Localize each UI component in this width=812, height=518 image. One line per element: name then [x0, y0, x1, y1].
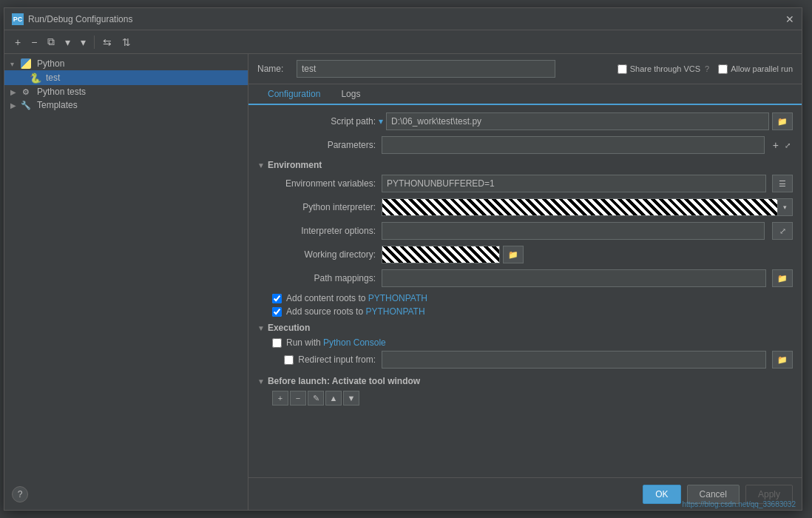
- redirect-input-label: Redirect input from:: [298, 354, 376, 365]
- working-directory-browse-button[interactable]: 📁: [503, 246, 524, 263]
- python-interpreter-row: Python interpreter: ▾: [257, 198, 793, 216]
- redirect-input-row: Redirect input from: 📁: [257, 351, 793, 369]
- execution-section-header[interactable]: ▼ Execution: [257, 323, 793, 333]
- environment-section-header[interactable]: ▼ Environment: [257, 160, 793, 170]
- add-config-button[interactable]: +: [10, 34, 25, 50]
- script-path-label: Script path:: [257, 116, 376, 127]
- toolbar: + − ⧉ ▾ ▾ ⇆ ⇅: [4, 30, 802, 54]
- environment-arrow-icon: ▼: [257, 161, 265, 169]
- before-launch-arrow-icon: ▼: [257, 377, 265, 386]
- add-content-roots-label: Add content roots to PYTHONPATH: [286, 293, 427, 303]
- path-mappings-input[interactable]: [382, 269, 766, 287]
- env-variables-input[interactable]: [382, 175, 766, 192]
- templates-icon: 🔧: [21, 100, 31, 110]
- allow-parallel-checkbox[interactable]: [718, 64, 728, 74]
- app-icon: PC: [12, 13, 24, 25]
- before-launch-edit-button[interactable]: ✎: [308, 391, 324, 406]
- before-launch-remove-button[interactable]: −: [290, 391, 306, 406]
- interpreter-options-label: Interpreter options:: [257, 226, 376, 236]
- templates-label: Templates: [37, 100, 78, 110]
- working-directory-row: Working directory: 📁: [257, 246, 793, 263]
- before-launch-add-button[interactable]: +: [272, 391, 288, 406]
- close-button[interactable]: ✕: [785, 13, 794, 25]
- add-source-roots-label: Add source roots to PYTHONPATH: [286, 306, 425, 317]
- path-mappings-label: Path mappings:: [257, 273, 376, 283]
- templates-arrow: ▶: [10, 101, 21, 110]
- python-tests-label: Python tests: [37, 87, 86, 97]
- path-mappings-browse-button[interactable]: 📁: [772, 269, 793, 287]
- move-config-button[interactable]: ⇆: [98, 34, 116, 50]
- interpreter-options-input[interactable]: [382, 222, 765, 240]
- run-python-console-label: Run with Python Console: [286, 337, 386, 348]
- parameters-label: Parameters:: [257, 140, 376, 150]
- params-expand-button[interactable]: ⤢: [782, 139, 793, 151]
- config-content: Script path: ▾ 📁 Parameters: + ⤢ ▼: [248, 105, 802, 477]
- run-debug-dialog: PC Run/Debug Configurations ✕ + − ⧉ ▾ ▾ …: [4, 7, 802, 511]
- tab-logs[interactable]: Logs: [331, 84, 371, 105]
- script-path-browse-button[interactable]: 📁: [772, 112, 793, 130]
- watermark: https://blog.csdn.net/qq_33683032: [683, 500, 796, 508]
- redirect-input-checkbox[interactable]: [284, 355, 294, 365]
- before-launch-up-button[interactable]: ▲: [325, 391, 342, 406]
- before-launch-toolbar: + − ✎ ▲ ▼: [257, 391, 793, 406]
- python-group-icon: [21, 58, 31, 69]
- interpreter-options-expand-button[interactable]: ⤢: [772, 222, 793, 240]
- python-interpreter-label: Python interpreter:: [257, 202, 376, 212]
- params-add-button[interactable]: +: [771, 139, 781, 151]
- share-vcs-label: Share through VCS: [630, 64, 700, 73]
- working-directory-label: Working directory:: [257, 249, 376, 260]
- config-dropdown1-button[interactable]: ▾: [61, 34, 75, 50]
- python-group-arrow: ▾: [10, 60, 21, 68]
- interpreter-select[interactable]: ▾: [382, 198, 793, 216]
- python-tests-icon: ⚙: [21, 87, 31, 97]
- sort-config-button[interactable]: ⇅: [118, 34, 135, 50]
- tree-templates-group[interactable]: ▶ 🔧 Templates: [4, 98, 248, 112]
- tree-test-item[interactable]: 🐍 test: [4, 70, 248, 85]
- redirect-label-wrapper: Redirect input from:: [257, 354, 376, 365]
- redirect-input-field[interactable]: [382, 351, 766, 369]
- remove-config-button[interactable]: −: [27, 34, 41, 50]
- name-row: Name: Share through VCS ? Allow parallel…: [248, 54, 802, 84]
- share-vcs-checkbox[interactable]: [618, 64, 627, 74]
- script-path-input[interactable]: [386, 112, 769, 130]
- title-bar-left: PC Run/Debug Configurations: [12, 13, 132, 25]
- header-checkboxes: Share through VCS ? Allow parallel run: [618, 64, 793, 74]
- script-path-type-dropdown[interactable]: ▾: [379, 116, 383, 127]
- working-directory-input[interactable]: [382, 246, 500, 263]
- interpreter-options-row: Interpreter options: ⤢: [257, 222, 793, 240]
- parameters-row: Parameters: + ⤢: [257, 136, 793, 154]
- params-buttons: + ⤢: [771, 139, 793, 151]
- before-launch-section: ▼ Before launch: Activate tool window + …: [257, 376, 793, 406]
- add-source-roots-row: Add source roots to PYTHONPATH: [257, 306, 793, 317]
- run-python-console-checkbox[interactable]: [272, 338, 282, 348]
- run-python-console-row: Run with Python Console: [257, 337, 793, 348]
- share-vcs-help-icon: ?: [705, 64, 709, 73]
- share-vcs-checkbox-container: Share through VCS ?: [618, 64, 710, 74]
- parameters-input[interactable]: [382, 136, 765, 154]
- interpreter-dropdown-arrow-icon: ▾: [777, 199, 792, 215]
- redirect-input-browse-button[interactable]: 📁: [772, 351, 793, 369]
- copy-config-button[interactable]: ⧉: [43, 33, 59, 50]
- env-variables-edit-button[interactable]: ☰: [772, 175, 793, 192]
- path-mappings-row: Path mappings: 📁: [257, 269, 793, 287]
- ok-button[interactable]: OK: [643, 485, 680, 504]
- before-launch-section-title: Before launch: Activate tool window: [268, 376, 420, 386]
- before-launch-section-header[interactable]: ▼ Before launch: Activate tool window: [257, 376, 793, 386]
- tab-configuration[interactable]: Configuration: [257, 84, 331, 105]
- config-dropdown2-button[interactable]: ▾: [76, 34, 90, 50]
- allow-parallel-label: Allow parallel run: [731, 64, 793, 73]
- help-button[interactable]: ?: [12, 486, 28, 502]
- tree-python-group[interactable]: ▾ Python: [4, 57, 248, 70]
- execution-section-title: Execution: [268, 323, 310, 333]
- python-tests-arrow: ▶: [10, 88, 21, 96]
- add-content-roots-checkbox[interactable]: [272, 294, 282, 303]
- before-launch-down-button[interactable]: ▼: [343, 391, 359, 406]
- tree-python-tests-group[interactable]: ▶ ⚙ Python tests: [4, 85, 248, 98]
- title-bar: PC Run/Debug Configurations ✕: [4, 8, 802, 30]
- working-dir-wrapper: 📁: [382, 246, 793, 263]
- dialog-title: Run/Debug Configurations: [28, 14, 132, 24]
- interpreter-select-wrapper: ▾: [382, 198, 793, 216]
- name-input[interactable]: [297, 60, 555, 78]
- env-variables-row: Environment variables: ☰: [257, 175, 793, 192]
- add-source-roots-checkbox[interactable]: [272, 307, 282, 317]
